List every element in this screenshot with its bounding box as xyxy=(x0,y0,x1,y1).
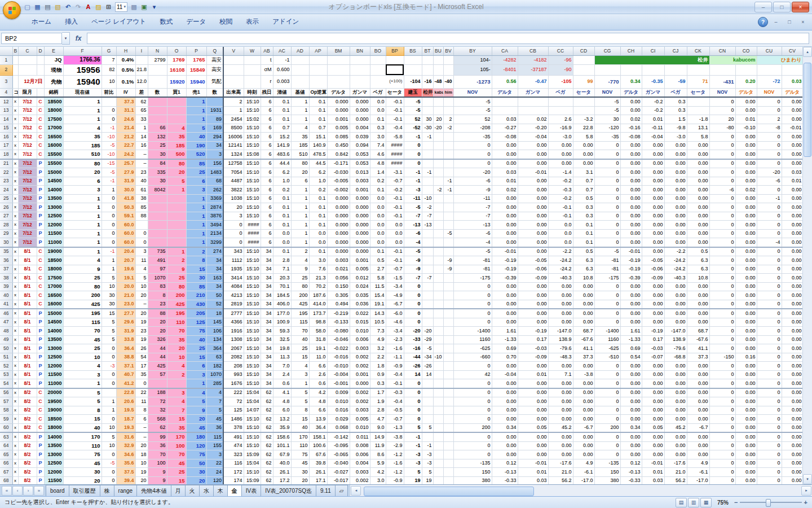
cell-O52[interactable]: 4 xyxy=(167,362,186,371)
cell-D41[interactable]: C xyxy=(37,300,44,309)
cell-H48[interactable]: 31.9 xyxy=(116,327,135,336)
cell-CU46[interactable]: 0 xyxy=(757,309,782,318)
cell-G27[interactable]: 0 xyxy=(102,212,116,221)
cell-CK12[interactable] xyxy=(687,97,709,106)
cell-BO56[interactable]: 1.7 xyxy=(370,388,386,397)
cell-BP67[interactable]: -1.2 xyxy=(386,468,404,477)
cell-V65[interactable]: 323 xyxy=(223,450,244,459)
cell-BU39[interactable] xyxy=(433,282,443,291)
cell-BU65[interactable] xyxy=(433,450,443,459)
cell-CU26[interactable]: 0 xyxy=(757,203,782,212)
cell-BS23[interactable]: -1 xyxy=(404,177,422,186)
cell-AP4[interactable]: Op逆算 xyxy=(309,88,327,97)
cell-CD41[interactable]: 0.00 xyxy=(573,300,594,309)
cell-CK2[interactable] xyxy=(687,64,709,75)
cell-I2[interactable]: 21.8 xyxy=(135,64,148,75)
cell-H64[interactable]: 32.9 xyxy=(116,441,135,450)
cell-AP24[interactable]: 0.2 xyxy=(309,186,327,195)
cell-CA28[interactable]: 0.00 xyxy=(492,221,518,230)
cell-BT25[interactable]: -10 xyxy=(422,194,433,203)
cell-BV67[interactable] xyxy=(443,468,453,477)
cell-Q16[interactable]: 294 xyxy=(206,133,223,142)
cell-CJ37[interactable]: -24.2 xyxy=(664,265,687,274)
cell-BY52[interactable]: 0 xyxy=(453,362,492,371)
cell-G56[interactable] xyxy=(102,388,116,397)
cell-BN22[interactable]: 0.013 xyxy=(350,168,370,177)
cell-D60[interactable]: C xyxy=(37,423,44,432)
cell-BO67[interactable]: 4.2 xyxy=(370,468,386,477)
cell-CJ30[interactable]: 0.00 xyxy=(664,238,687,247)
cell-N23[interactable]: 30 xyxy=(148,177,167,186)
cell-CH35[interactable]: -0.01 xyxy=(620,247,642,256)
cell-BS35[interactable]: -5 xyxy=(404,247,422,256)
cell-P46[interactable]: 205 xyxy=(186,309,206,318)
cell-C52[interactable]: 8/1 xyxy=(18,362,37,371)
cell-H30[interactable]: 60.0 xyxy=(116,238,135,247)
cell-BU15[interactable]: -20 xyxy=(433,124,443,133)
cell-BY48[interactable]: -1400 xyxy=(453,327,492,336)
cell-BY51[interactable]: -660 xyxy=(453,353,492,362)
cell-CD54[interactable]: 0.00 xyxy=(573,379,594,388)
cell-BY15[interactable]: -208 xyxy=(453,124,492,133)
cell-CD25[interactable]: 0.5 xyxy=(573,194,594,203)
row-header-37[interactable]: 37 xyxy=(0,265,12,274)
col-header-BO[interactable]: BO xyxy=(370,47,386,56)
cell-CG22[interactable]: 0 xyxy=(594,168,620,177)
cell-W17[interactable]: 15:10 xyxy=(244,141,261,150)
cell-CB48[interactable]: -0.19 xyxy=(518,327,548,336)
cell-C56[interactable]: 8/2 xyxy=(18,388,37,397)
cell-CC50[interactable]: -79.6 xyxy=(548,344,573,353)
cell-BT51[interactable]: -34 xyxy=(422,353,433,362)
cell-CV38[interactable]: 0.00 xyxy=(782,274,802,283)
cell-AD22[interactable]: 20 xyxy=(291,168,309,177)
cell-BU66[interactable] xyxy=(433,459,443,468)
cell-CU36[interactable]: 0 xyxy=(757,256,782,265)
cell-H18[interactable]: 24.2 xyxy=(116,150,135,159)
zoom-in-icon[interactable]: + xyxy=(804,499,807,506)
cell-BP1[interactable] xyxy=(386,56,404,65)
cell-AB68[interactable]: 62 xyxy=(261,476,273,484)
cell-V36[interactable]: 1112 xyxy=(223,256,244,265)
cell-W56[interactable]: 15:04 xyxy=(244,388,261,397)
cell-C66[interactable]: 8/2 xyxy=(18,459,37,468)
cell-Q1[interactable]: 高安 xyxy=(206,56,223,65)
cell-F2[interactable]: 15956 xyxy=(63,64,102,75)
cell-BU2[interactable] xyxy=(433,64,443,75)
cell-BV58[interactable] xyxy=(443,406,453,415)
cell-CB36[interactable]: -0.05 xyxy=(518,256,548,265)
cell-BN50[interactable]: 0.003 xyxy=(350,344,370,353)
cell-CD59[interactable]: 0.00 xyxy=(573,415,594,424)
cell-CK57[interactable]: 0.00 xyxy=(687,397,709,406)
cell-BT35[interactable] xyxy=(422,247,433,256)
cell-CC53[interactable]: 7.1 xyxy=(548,370,573,379)
cell-D68[interactable]: P xyxy=(37,476,44,484)
cell-CN26[interactable]: 0 xyxy=(709,203,735,212)
cell-C48[interactable]: 8/1 xyxy=(18,327,37,336)
cell-AP51[interactable]: 11.0 xyxy=(309,353,327,362)
cell-BY12[interactable]: -5 xyxy=(453,97,492,106)
cell-BS27[interactable]: -7 xyxy=(404,212,422,221)
cell-BT40[interactable] xyxy=(422,291,433,300)
cell-AC67[interactable]: 26.1 xyxy=(273,468,291,477)
cell-BV60[interactable] xyxy=(443,423,453,432)
cell-CJ59[interactable]: 0.00 xyxy=(664,415,687,424)
col-header-I[interactable]: I xyxy=(135,47,148,56)
cell-CI68[interactable]: 0.03 xyxy=(642,476,664,484)
cell-CG47[interactable]: 0 xyxy=(594,318,620,327)
cell-H52[interactable]: 37.1 xyxy=(116,362,135,371)
cell-CK17[interactable]: 0.00 xyxy=(687,141,709,150)
close-button[interactable]: × xyxy=(792,2,809,12)
cell-CD21[interactable]: 0.00 xyxy=(573,159,594,168)
cell-BT67[interactable]: 5 xyxy=(422,468,433,477)
cell-H54[interactable]: 41.2 xyxy=(116,379,135,388)
cell-BO17[interactable]: 7.4 xyxy=(370,141,386,150)
cell-AB15[interactable]: 6 xyxy=(261,124,273,133)
cell-C59[interactable]: 8/2 xyxy=(18,415,37,424)
cell-E56[interactable]: 20000 xyxy=(44,388,63,397)
cell-V30[interactable]: 0 xyxy=(223,238,244,247)
cell-CD39[interactable]: 0.00 xyxy=(573,282,594,291)
cell-CA21[interactable]: 0.00 xyxy=(492,159,518,168)
cell-CC13[interactable] xyxy=(548,106,573,115)
cell-CB16[interactable]: -0.04 xyxy=(518,133,548,142)
cell-BU28[interactable] xyxy=(433,221,443,230)
